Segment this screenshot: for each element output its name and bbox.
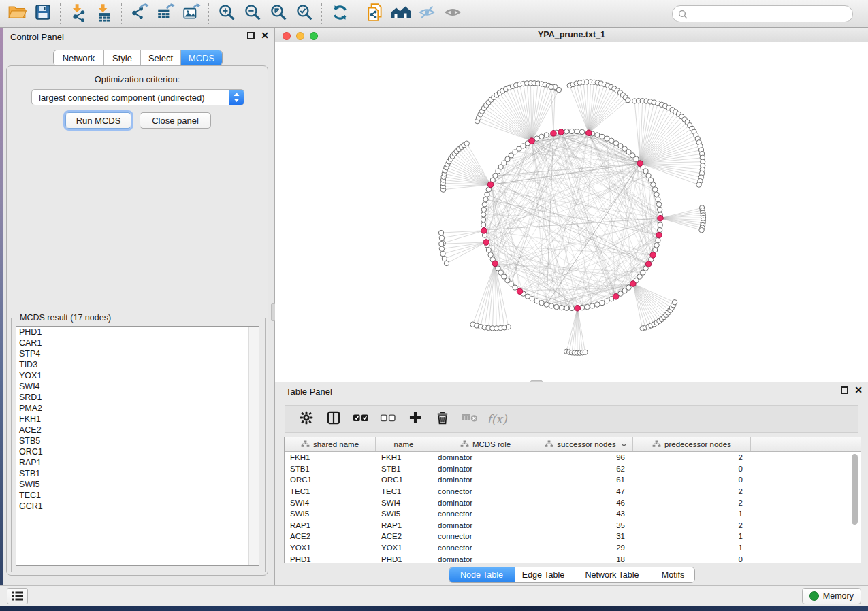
graph-node[interactable] xyxy=(585,304,590,309)
graph-dominator-node[interactable] xyxy=(558,129,564,135)
mcds-result-item[interactable]: FKH1 xyxy=(16,414,259,425)
table-row[interactable]: SWI5SWI5connector431 xyxy=(285,508,861,520)
graph-node[interactable] xyxy=(438,230,443,235)
graph-dominator-node[interactable] xyxy=(483,240,489,246)
graph-node[interactable] xyxy=(648,178,653,182)
graph-node[interactable] xyxy=(481,207,486,212)
graph-node[interactable] xyxy=(626,97,630,102)
graph-dominator-node[interactable] xyxy=(658,215,664,221)
graph-node[interactable] xyxy=(439,242,444,246)
delete-column-button[interactable] xyxy=(434,410,451,428)
mcds-result-item[interactable]: ORC1 xyxy=(16,446,259,457)
save-session-button[interactable] xyxy=(30,2,56,25)
show-all-button[interactable] xyxy=(440,2,466,25)
graph-node[interactable] xyxy=(534,136,539,141)
tab-network-table[interactable]: Network Table xyxy=(573,567,652,582)
table-row[interactable]: TEC1TEC1connector472 xyxy=(285,486,861,497)
import-network-button[interactable] xyxy=(65,2,91,25)
graph-node[interactable] xyxy=(595,302,600,307)
graph-node[interactable] xyxy=(439,235,444,240)
tab-select[interactable]: Select xyxy=(141,50,181,65)
node-table[interactable]: shared namenameMCDS rolesuccessor nodesp… xyxy=(284,437,861,563)
network-canvas[interactable] xyxy=(275,42,868,382)
column-header-successor-nodes[interactable]: successor nodes xyxy=(539,437,633,451)
select-all-button[interactable] xyxy=(352,410,370,428)
graph-node[interactable] xyxy=(634,156,639,161)
tab-style[interactable]: Style xyxy=(104,50,141,65)
mcds-result-item[interactable]: SWI5 xyxy=(16,479,259,490)
graph-node[interactable] xyxy=(672,300,677,305)
graph-dominator-node[interactable] xyxy=(613,294,619,300)
graph-node[interactable] xyxy=(605,299,609,303)
graph-node[interactable] xyxy=(549,84,553,89)
tab-node-table[interactable]: Node Table xyxy=(449,567,515,582)
graph-node[interactable] xyxy=(657,227,662,232)
graph-node[interactable] xyxy=(481,217,485,222)
run-mcds-button[interactable]: Run MCDS xyxy=(65,112,131,129)
column-header-MCDS-role[interactable]: MCDS role xyxy=(432,437,539,451)
graph-node[interactable] xyxy=(651,182,656,187)
graph-dominator-node[interactable] xyxy=(656,232,662,238)
mcds-result-item[interactable]: TEC1 xyxy=(16,490,259,501)
task-history-button[interactable] xyxy=(7,588,28,604)
graph-node[interactable] xyxy=(605,136,609,141)
tab-motifs[interactable]: Motifs xyxy=(652,567,694,582)
mcds-result-item[interactable]: CAR1 xyxy=(16,337,259,348)
export-network-button[interactable] xyxy=(127,2,152,25)
graph-dominator-node[interactable] xyxy=(650,252,656,259)
tab-mcds[interactable]: MCDS xyxy=(181,50,222,65)
graph-node[interactable] xyxy=(488,252,493,257)
table-row[interactable]: SWI4SWI4dominator462 xyxy=(285,497,861,508)
mcds-result-item[interactable]: TID3 xyxy=(16,359,259,370)
graph-dominator-node[interactable] xyxy=(575,305,581,311)
graph-node[interactable] xyxy=(595,133,600,137)
graph-node[interactable] xyxy=(539,134,544,139)
refresh-button[interactable] xyxy=(327,2,353,25)
graph-node[interactable] xyxy=(564,129,569,134)
graph-node[interactable] xyxy=(544,133,549,137)
close-panel-button[interactable]: Close panel xyxy=(140,112,211,129)
column-header-name[interactable]: name xyxy=(376,437,432,451)
delete-table-button[interactable] xyxy=(461,410,479,428)
float-table-panel-icon[interactable] xyxy=(841,386,848,394)
graph-dominator-node[interactable] xyxy=(492,261,498,267)
graph-node[interactable] xyxy=(481,212,486,217)
graph-node[interactable] xyxy=(464,141,469,146)
hide-selected-button[interactable] xyxy=(414,2,440,25)
graph-node[interactable] xyxy=(440,251,445,256)
mcds-result-item[interactable]: GCR1 xyxy=(16,501,259,512)
graph-node[interactable] xyxy=(481,222,486,227)
zoom-in-button[interactable] xyxy=(214,2,240,25)
table-row[interactable]: ACE2ACE2connector311 xyxy=(285,531,861,542)
column-header-predecessor-nodes[interactable]: predecessor nodes xyxy=(633,437,751,451)
result-list-scrollbar[interactable] xyxy=(248,327,259,565)
close-table-panel-icon[interactable]: ✕ xyxy=(854,386,863,394)
mcds-result-item[interactable]: PHD1 xyxy=(16,327,259,337)
graph-node[interactable] xyxy=(564,306,569,310)
export-image-button[interactable] xyxy=(178,2,204,25)
table-scrollbar-thumb[interactable] xyxy=(852,454,858,525)
graph-dominator-node[interactable] xyxy=(551,131,557,137)
graph-node[interactable] xyxy=(485,192,489,197)
graph-node[interactable] xyxy=(569,306,574,310)
table-row[interactable]: PHD1PHD1dominator180 xyxy=(285,553,861,563)
graph-node[interactable] xyxy=(658,222,662,227)
duplicate-network-button[interactable] xyxy=(362,2,388,25)
zoom-selected-button[interactable] xyxy=(291,2,317,25)
mcds-result-item[interactable]: SRD1 xyxy=(16,392,259,403)
graph-node[interactable] xyxy=(590,303,594,308)
graph-dominator-node[interactable] xyxy=(637,161,643,167)
graph-node[interactable] xyxy=(656,197,660,201)
graph-node[interactable] xyxy=(656,237,660,242)
graph-node[interactable] xyxy=(696,182,701,187)
mcds-result-item[interactable]: SWI4 xyxy=(16,381,259,392)
mcds-result-item[interactable]: STB1 xyxy=(16,468,259,479)
graph-node[interactable] xyxy=(652,187,657,192)
graph-node[interactable] xyxy=(439,246,444,251)
tab-network[interactable]: Network xyxy=(54,50,104,65)
export-table-button[interactable] xyxy=(152,2,178,25)
graph-node[interactable] xyxy=(486,248,491,252)
graph-node[interactable] xyxy=(699,227,704,232)
close-panel-icon[interactable]: ✕ xyxy=(261,32,269,39)
mcds-result-item[interactable]: YOX1 xyxy=(16,370,259,381)
